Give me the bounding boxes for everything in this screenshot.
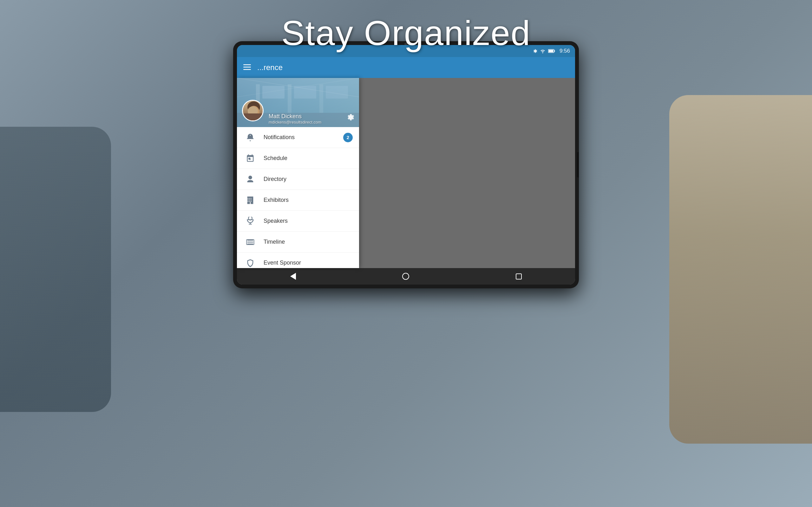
bg-people-right xyxy=(669,95,812,444)
avatar xyxy=(242,100,264,121)
schedule-label: Schedule xyxy=(264,155,287,162)
menu-item-speakers[interactable]: Speakers xyxy=(237,211,359,232)
bg-people-left xyxy=(0,127,111,412)
directory-label: Directory xyxy=(264,176,287,182)
avatar-container xyxy=(242,100,264,121)
drawer-overlay[interactable] xyxy=(359,78,575,268)
notifications-badge: 2 xyxy=(343,133,353,142)
bottom-nav xyxy=(237,268,575,285)
menu-item-directory[interactable]: Directory xyxy=(237,169,359,190)
home-button[interactable] xyxy=(390,270,422,283)
drawer-header: Matt Dickens mdickens@resultsdirect.com xyxy=(237,78,359,127)
menu-list: Notifications 2 8 Schedule xyxy=(237,127,359,268)
wifi-icon xyxy=(540,49,546,53)
recent-button[interactable] xyxy=(503,270,535,283)
back-button[interactable] xyxy=(277,270,309,283)
tablet-device: ✱ 9:56 xyxy=(233,41,579,288)
bluetooth-icon: ✱ xyxy=(533,48,537,54)
user-email: mdickens@resultsdirect.com xyxy=(269,120,321,124)
menu-item-event-sponsor[interactable]: Event Sponsor xyxy=(237,252,359,268)
exhibitors-label: Exhibitors xyxy=(264,197,289,204)
timeline-label: Timeline xyxy=(264,239,285,245)
svg-point-17 xyxy=(251,110,252,112)
status-icons: ✱ 9:56 xyxy=(533,48,570,54)
user-name: Matt Dickens xyxy=(269,113,321,120)
settings-button[interactable] xyxy=(346,113,355,123)
avatar-face xyxy=(243,101,263,120)
svg-point-16 xyxy=(248,106,259,118)
status-time: 9:56 xyxy=(560,48,570,54)
svg-point-19 xyxy=(249,113,259,120)
svg-rect-4 xyxy=(243,67,251,68)
recent-icon xyxy=(516,274,522,279)
shield-icon xyxy=(243,256,257,268)
calendar-icon: 8 xyxy=(243,152,257,165)
nav-drawer: Matt Dickens mdickens@resultsdirect.com xyxy=(237,78,359,268)
bell-icon xyxy=(243,130,257,145)
menu-item-timeline[interactable]: Timeline xyxy=(237,232,359,252)
app-bar: ...rence xyxy=(237,57,575,78)
svg-text:8: 8 xyxy=(249,157,251,160)
hamburger-icon[interactable] xyxy=(243,63,251,72)
page-title: Stay Organized xyxy=(281,13,531,53)
home-icon xyxy=(402,273,409,280)
avatar-svg xyxy=(243,101,264,121)
svg-rect-13 xyxy=(294,86,316,99)
building-icon xyxy=(243,193,257,207)
svg-rect-12 xyxy=(262,86,285,99)
event-sponsor-label: Event Sponsor xyxy=(264,260,301,266)
svg-rect-11 xyxy=(319,84,323,113)
battery-icon xyxy=(548,49,555,53)
app-bar-title: ...rence xyxy=(257,63,283,72)
tablet-side-button xyxy=(577,152,579,177)
svg-point-18 xyxy=(255,110,257,112)
notifications-label: Notifications xyxy=(264,134,295,141)
svg-rect-5 xyxy=(243,69,251,70)
svg-rect-1 xyxy=(548,50,553,52)
person-icon xyxy=(243,172,257,186)
svg-rect-10 xyxy=(288,84,292,113)
menu-item-schedule[interactable]: 8 Schedule xyxy=(237,148,359,169)
svg-rect-2 xyxy=(554,50,555,52)
svg-rect-14 xyxy=(326,86,348,99)
svg-rect-3 xyxy=(243,64,251,65)
speakers-label: Speakers xyxy=(264,218,288,224)
menu-item-notifications[interactable]: Notifications 2 xyxy=(237,127,359,148)
tablet-screen: ✱ 9:56 xyxy=(237,45,575,285)
back-icon xyxy=(290,273,296,280)
timeline-icon xyxy=(243,235,257,249)
main-content: Matt Dickens mdickens@resultsdirect.com xyxy=(237,78,575,268)
menu-item-exhibitors[interactable]: Exhibitors xyxy=(237,190,359,211)
microphone-icon xyxy=(243,214,257,228)
user-info: Matt Dickens mdickens@resultsdirect.com xyxy=(269,113,321,124)
